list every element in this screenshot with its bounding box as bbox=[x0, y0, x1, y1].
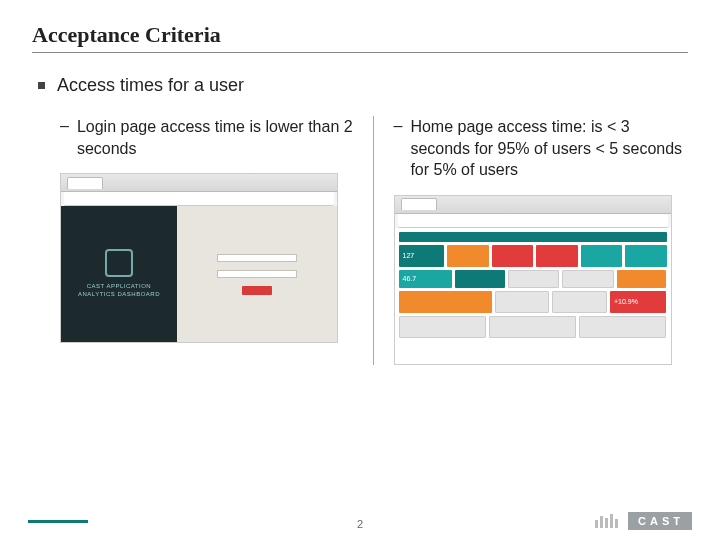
left-column: – Login page access time is lower than 2… bbox=[60, 116, 373, 365]
browser-tab bbox=[401, 198, 437, 210]
sub-bullet-text-home: Home page access time: is < 3 seconds fo… bbox=[410, 116, 688, 181]
app-brand-text: CAST APPLICATION ANALYTICS DASHBOARD bbox=[78, 283, 160, 299]
chart-tile bbox=[399, 316, 486, 338]
kpi-tile bbox=[447, 245, 489, 267]
username-field-thumb bbox=[217, 254, 297, 262]
browser-urlbar bbox=[64, 192, 334, 206]
cast-logo: CAST bbox=[628, 512, 692, 530]
kpi-tile bbox=[492, 245, 534, 267]
browser-chrome bbox=[395, 196, 671, 214]
kpi-tile: +10.9% bbox=[610, 291, 667, 313]
chart-tile bbox=[579, 316, 666, 338]
right-column: – Home page access time: is < 3 seconds … bbox=[373, 116, 689, 365]
brand-line2: ANALYTICS DASHBOARD bbox=[78, 291, 160, 297]
dashboard-row-2: 46.7 bbox=[399, 270, 667, 288]
kpi-tile bbox=[508, 270, 560, 288]
kpi-tile bbox=[617, 270, 667, 288]
sub-bullet-text-login: Login page access time is lower than 2 s… bbox=[77, 116, 355, 159]
footer: CAST bbox=[0, 512, 720, 530]
kpi-tile bbox=[536, 245, 578, 267]
login-button-thumb bbox=[242, 286, 272, 295]
browser-urlbar bbox=[398, 214, 668, 228]
kpi-tile bbox=[455, 270, 505, 288]
columns: – Login page access time is lower than 2… bbox=[60, 116, 688, 365]
dashboard-row-3: +10.9% bbox=[399, 291, 667, 313]
chart-tile bbox=[489, 316, 576, 338]
main-bullet: Access times for a user bbox=[38, 75, 688, 96]
slide: Acceptance Criteria Access times for a u… bbox=[0, 0, 720, 540]
login-page-body: CAST APPLICATION ANALYTICS DASHBOARD bbox=[61, 206, 337, 342]
square-bullet-icon bbox=[38, 82, 45, 89]
dash-bullet-icon: – bbox=[394, 116, 403, 137]
login-form-panel bbox=[177, 206, 337, 342]
dashboard-body: 127 46.7 bbox=[395, 228, 671, 364]
browser-tab bbox=[67, 177, 103, 189]
sub-bullet-login: – Login page access time is lower than 2… bbox=[60, 116, 355, 159]
main-bullet-text: Access times for a user bbox=[57, 75, 244, 96]
browser-chrome bbox=[61, 174, 337, 192]
login-screenshot-thumb: CAST APPLICATION ANALYTICS DASHBOARD bbox=[60, 173, 338, 343]
dashboard-screenshot-thumb: 127 46.7 bbox=[394, 195, 672, 365]
panel-tile bbox=[495, 291, 550, 313]
password-field-thumb bbox=[217, 270, 297, 278]
login-branding-panel: CAST APPLICATION ANALYTICS DASHBOARD bbox=[61, 206, 177, 342]
footer-right: CAST bbox=[595, 512, 692, 530]
dashboard-row-1: 127 bbox=[399, 245, 667, 267]
kpi-tile: 46.7 bbox=[399, 270, 453, 288]
kpi-tile: 127 bbox=[399, 245, 445, 267]
dashboard-header-bar bbox=[399, 232, 667, 242]
kpi-tile bbox=[562, 270, 614, 288]
treemap-tile bbox=[399, 291, 492, 313]
footer-accent-bar bbox=[28, 520, 88, 523]
dashboard-row-4 bbox=[399, 316, 667, 360]
stripes-icon bbox=[595, 514, 618, 528]
slide-title: Acceptance Criteria bbox=[32, 22, 688, 53]
brand-line1: CAST APPLICATION bbox=[87, 283, 151, 289]
dash-bullet-icon: – bbox=[60, 116, 69, 137]
kpi-tile bbox=[625, 245, 667, 267]
sub-bullet-home: – Home page access time: is < 3 seconds … bbox=[394, 116, 689, 181]
panel-tile bbox=[552, 291, 607, 313]
app-logo-icon bbox=[105, 249, 133, 277]
kpi-tile bbox=[581, 245, 623, 267]
